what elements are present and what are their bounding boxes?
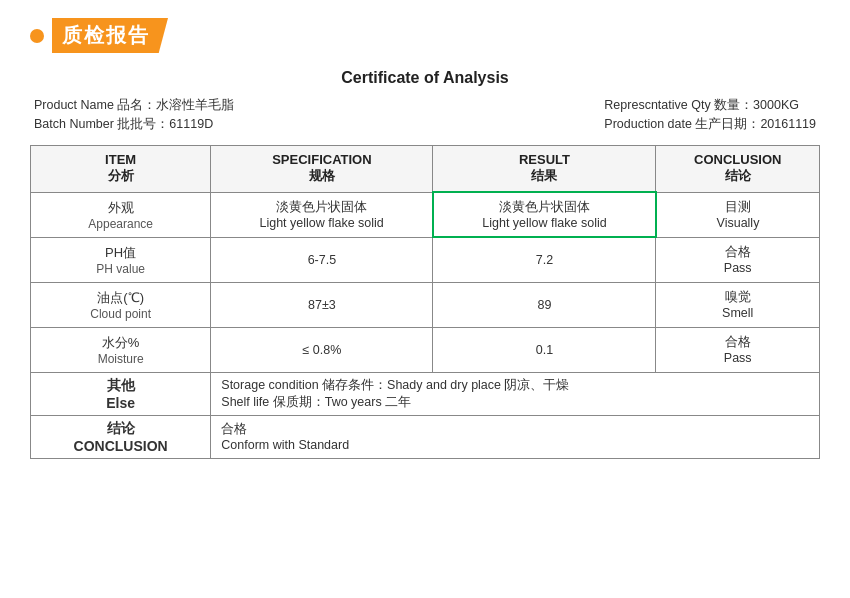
product-info-right: Represcntative Qty 数量：3000KG Production … — [604, 97, 816, 133]
th-item-en: ITEM — [39, 152, 202, 167]
conclusion-cell: 合格 Pass — [656, 327, 820, 372]
item-en: PH value — [39, 262, 202, 276]
item-en: Cloud point — [39, 307, 202, 321]
item-cell: 水分% Moisture — [31, 327, 211, 372]
else-content: Storage condition 储存条件：Shady and dry pla… — [211, 372, 820, 415]
header-section: 质检报告 — [30, 18, 820, 53]
conclusion-content: 合格 Conform with Standard — [211, 415, 820, 458]
th-spec-en: SPECIFICATION — [219, 152, 424, 167]
else-cn: 其他 — [41, 377, 200, 395]
conclusion-en: Pass — [664, 261, 811, 275]
conclusion-en: Visually — [665, 216, 811, 230]
th-specification: SPECIFICATION 规格 — [211, 146, 433, 193]
th-result-cn: 结果 — [441, 167, 647, 185]
header-title-wrap: 质检报告 — [52, 18, 168, 53]
conclusion-value: 合格 — [221, 421, 809, 438]
conclusion-label: 结论 CONCLUSION — [31, 415, 211, 458]
conclusion-row-en: CONCLUSION — [41, 438, 200, 454]
conclusion-row-cn: 结论 — [41, 420, 200, 438]
th-conclusion-cn: 结论 — [664, 167, 811, 185]
item-cell: 外观 Appearance — [31, 192, 211, 237]
spec-en: Light yellow flake solid — [219, 216, 424, 230]
table-row: 油点(℃) Cloud point 87±3 89 嗅觉 Smell — [31, 282, 820, 327]
product-info-left: Product Name 品名：水溶性羊毛脂 Batch Number 批批号：… — [34, 97, 234, 133]
else-line1: Storage condition 储存条件：Shady and dry pla… — [221, 377, 809, 394]
table-row: 水分% Moisture ≤ 0.8% 0.1 合格 Pass — [31, 327, 820, 372]
th-item: ITEM 分析 — [31, 146, 211, 193]
table-row: 外观 Appearance 淡黄色片状固体 Light yellow flake… — [31, 192, 820, 237]
conclusion-cn: 合格 — [664, 334, 811, 351]
item-cell: PH值 PH value — [31, 237, 211, 282]
th-result-en: RESULT — [441, 152, 647, 167]
cert-title: Certificate of Analysis — [30, 69, 820, 87]
conclusion-en: Smell — [664, 306, 811, 320]
conclusion-row: 结论 CONCLUSION 合格 Conform with Standard — [31, 415, 820, 458]
result-en: Light yellow flake solid — [442, 216, 647, 230]
conclusion-standard: Conform with Standard — [221, 438, 809, 452]
item-en: Appearance — [39, 217, 202, 231]
th-spec-cn: 规格 — [219, 167, 424, 185]
else-label: 其他 Else — [31, 372, 211, 415]
item-cn: 油点(℃) — [39, 289, 202, 307]
page-container: 质检报告 Certificate of Analysis Product Nam… — [0, 0, 850, 598]
else-row: 其他 Else Storage condition 储存条件：Shady and… — [31, 372, 820, 415]
orange-dot — [30, 29, 44, 43]
conclusion-cell: 合格 Pass — [656, 237, 820, 282]
conclusion-cell: 嗅觉 Smell — [656, 282, 820, 327]
product-info: Product Name 品名：水溶性羊毛脂 Batch Number 批批号：… — [30, 97, 820, 133]
th-conclusion: CONCLUSION 结论 — [656, 146, 820, 193]
batch-number-label: Batch Number 批批号：61119D — [34, 116, 234, 133]
spec-cell: 6-7.5 — [211, 237, 433, 282]
th-conclusion-en: CONCLUSION — [664, 152, 811, 167]
result-cell: 89 — [433, 282, 656, 327]
conclusion-cell: 目测 Visually — [656, 192, 820, 237]
else-line2: Shelf life 保质期：Two years 二年 — [221, 394, 809, 411]
spec-cell: 87±3 — [211, 282, 433, 327]
result-cell-highlight: 淡黄色片状固体 Light yellow flake solid — [433, 192, 656, 237]
spec-cell: 淡黄色片状固体 Light yellow flake solid — [211, 192, 433, 237]
item-cn: 外观 — [39, 199, 202, 217]
spec-cell: ≤ 0.8% — [211, 327, 433, 372]
th-result: RESULT 结果 — [433, 146, 656, 193]
header-title: 质检报告 — [62, 24, 150, 46]
result-cell: 7.2 — [433, 237, 656, 282]
analysis-table: ITEM 分析 SPECIFICATION 规格 RESULT 结果 CONCL… — [30, 145, 820, 459]
conclusion-cn: 嗅觉 — [664, 289, 811, 306]
product-name-label: Product Name 品名：水溶性羊毛脂 — [34, 97, 234, 114]
item-cell: 油点(℃) Cloud point — [31, 282, 211, 327]
table-row: PH值 PH value 6-7.5 7.2 合格 Pass — [31, 237, 820, 282]
item-cn: PH值 — [39, 244, 202, 262]
qty-label: Represcntative Qty 数量：3000KG — [604, 97, 816, 114]
conclusion-en: Pass — [664, 351, 811, 365]
result-cell: 0.1 — [433, 327, 656, 372]
result-cn: 淡黄色片状固体 — [442, 199, 647, 216]
else-en: Else — [41, 395, 200, 411]
spec-cn: 淡黄色片状固体 — [219, 199, 424, 216]
conclusion-cn: 合格 — [664, 244, 811, 261]
conclusion-cn: 目测 — [665, 199, 811, 216]
production-date-label: Production date 生产日期：20161119 — [604, 116, 816, 133]
table-header-row: ITEM 分析 SPECIFICATION 规格 RESULT 结果 CONCL… — [31, 146, 820, 193]
th-item-cn: 分析 — [39, 167, 202, 185]
item-cn: 水分% — [39, 334, 202, 352]
item-en: Moisture — [39, 352, 202, 366]
